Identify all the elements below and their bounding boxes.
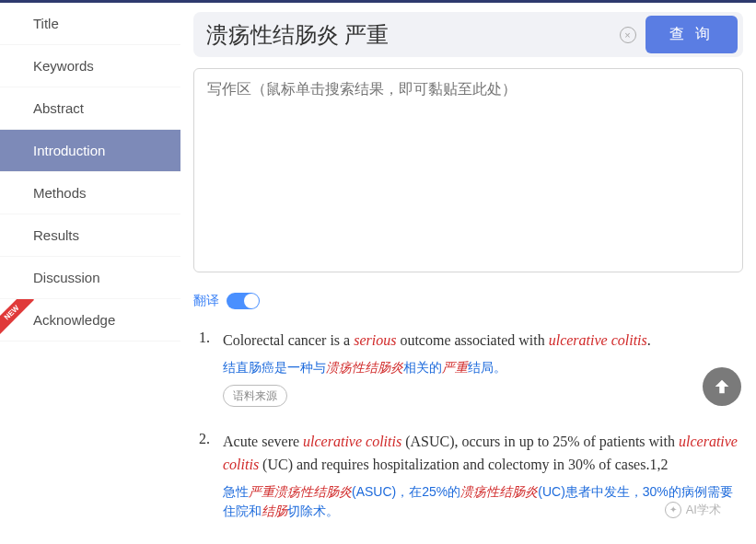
sidebar-item-introduction[interactable]: Introduction [0,130,180,172]
main-panel: × 查 询 翻译 1. Colorectal cancer is a serio… [180,3,756,544]
result-number: 2. [199,431,223,521]
source-button[interactable]: 语料来源 [223,385,287,408]
result-item[interactable]: 2. Acute severe ulcerative colitis (ASUC… [199,431,743,521]
scroll-top-button[interactable] [703,367,741,406]
result-body: Colorectal cancer is a serious outcome a… [223,330,743,407]
arrow-up-icon [712,376,732,397]
watermark: ✦ AI学术 [665,502,721,518]
results-list: 1. Colorectal cancer is a serious outcom… [193,330,743,521]
search-bar: × 查 询 [193,12,743,57]
sidebar-item-abstract[interactable]: Abstract [0,87,180,130]
result-translation: 结直肠癌是一种与溃疡性结肠炎相关的严重结局。 [223,358,743,377]
result-item[interactable]: 1. Colorectal cancer is a serious outcom… [199,330,743,407]
result-number: 1. [199,330,223,407]
sidebar-item-discussion[interactable]: Discussion [0,257,180,299]
translate-label: 翻译 [193,293,219,309]
sidebar-item-results[interactable]: Results [0,214,180,257]
sidebar-item-title[interactable]: Title [0,3,180,45]
sidebar-item-keywords[interactable]: Keywords [0,45,180,87]
translate-toggle[interactable] [227,293,260,309]
search-input[interactable] [206,22,611,47]
sidebar: Title Keywords Abstract Introduction Met… [0,3,180,544]
query-button[interactable]: 查 询 [646,16,738,53]
sidebar-item-label: Acknowledge [33,312,115,328]
translate-row: 翻译 [193,293,743,309]
wechat-icon: ✦ [665,502,681,518]
sidebar-item-acknowledge[interactable]: NEW Acknowledge [0,299,180,341]
clear-icon[interactable]: × [620,27,636,43]
new-badge-icon: NEW [0,299,37,336]
sidebar-item-methods[interactable]: Methods [0,172,180,214]
write-area[interactable] [193,68,743,272]
